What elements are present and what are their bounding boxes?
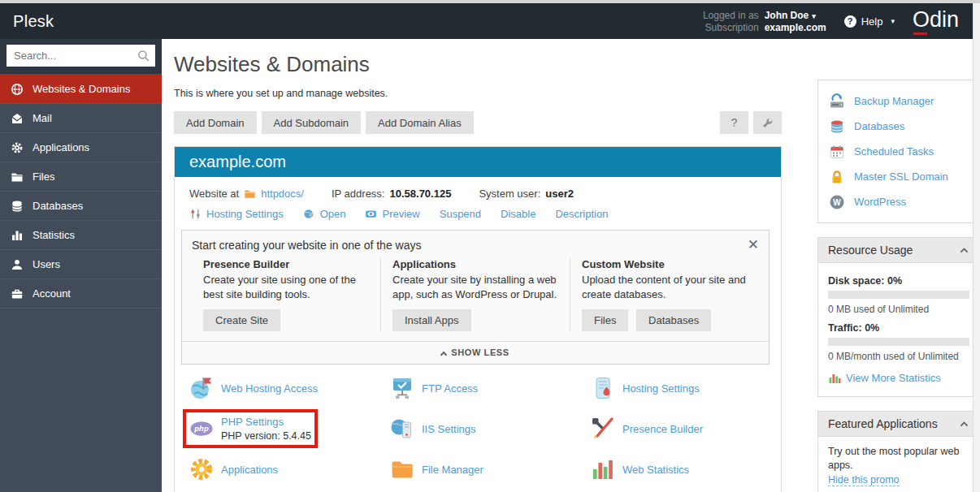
files-button[interactable]: Files [582,309,628,331]
sidebar-item-mail[interactable]: Mail [0,103,162,132]
tool-web-hosting-access[interactable]: Web Hosting Access [189,376,318,400]
featured-apps-text: Try out the most popular web apps. [828,445,969,473]
web-statistics-icon [591,457,615,481]
subscription-label: Subscription [703,22,759,33]
sidebar-item-users[interactable]: Users [0,249,162,278]
file-manager-icon [390,457,414,481]
svg-text:W: W [833,197,841,206]
logged-in-label: Logged in as [703,10,759,21]
backup-manager-link[interactable]: Backup Manager [829,88,969,114]
install-apps-button[interactable]: Install Apps [392,309,471,331]
docroot-link[interactable]: httpdocs/ [261,188,304,200]
scheduled-tasks-link[interactable]: Scheduled Tasks [829,139,969,164]
page-actions: Add Domain Add Subdomain Add Domain Alia… [174,111,782,134]
system-user-label: System user: [479,188,540,200]
add-domain-button[interactable]: Add Domain [174,111,257,134]
sidebar-item-statistics[interactable]: Statistics [0,220,162,249]
sidebar: Websites & Domains Mail Applications Fil… [0,39,162,492]
view-more-statistics-link[interactable]: View More Statistics [828,371,941,384]
scrollbar[interactable] [973,3,980,492]
sidebar-item-label: Account [33,287,71,300]
help-label: Help [861,15,883,28]
disable-link[interactable]: Disable [501,208,536,220]
traffic-progress-bar [828,338,969,346]
show-less-toggle[interactable]: SHOW LESS [182,341,769,364]
hosting-settings-icon [591,376,615,400]
hide-promo-link[interactable]: Hide this promo [828,474,900,486]
help-menu[interactable]: ? Help [844,15,895,28]
tool-php-settings[interactable]: php PHP Settings PHP version: 5.4.45 [189,416,311,442]
hosting-settings-link[interactable]: Hosting Settings [189,208,284,220]
search-input[interactable] [7,45,155,67]
ip-label: IP address: [332,188,385,200]
sidebar-divider [0,308,162,309]
tool-file-manager[interactable]: File Manager [390,457,483,481]
preview-link[interactable]: Preview [365,208,419,220]
sliders-icon [189,208,202,220]
bar-chart-icon [11,229,24,242]
odin-logo: Odin [913,9,959,34]
wrench-icon [761,117,774,129]
gear-icon [11,141,24,154]
sidebar-item-files[interactable]: Files [0,162,162,191]
ip-value: 10.58.70.125 [389,188,451,200]
plesk-logo: Plesk [13,12,54,31]
open-site-link[interactable]: Open [303,208,346,220]
promo-col-text: Create your site using one of the best s… [203,273,369,302]
tool-ftp-access[interactable]: FTP Access [390,376,478,400]
subscription-value[interactable]: example.com [765,22,826,33]
database-color-icon [829,119,845,135]
domain-title: example.com [175,147,781,177]
folder-icon [11,170,24,183]
featured-applications-panel: Featured Applications Try out the most p… [817,411,980,492]
user-menu[interactable]: John Doe [765,10,826,21]
sidebar-item-websites-domains[interactable]: Websites & Domains [0,74,162,103]
traffic-label: Traffic: 0% [828,322,969,334]
search-icon[interactable] [137,49,150,63]
open-site-icon [303,208,315,220]
sidebar-item-account[interactable]: Account [0,278,162,308]
tool-presence-builder[interactable]: Presence Builder [591,416,703,442]
mini-bar-chart-icon [828,371,841,384]
tool-iis-settings[interactable]: IIS Settings [390,416,475,442]
globe-icon [11,83,24,96]
login-info: Logged in as John Doe Subscription examp… [703,10,826,33]
sidebar-item-label: Websites & Domains [33,83,130,95]
sidebar-item-databases[interactable]: Databases [0,191,162,220]
sidebar-item-applications[interactable]: Applications [0,132,162,162]
disk-space-label: Disk space: 0% [828,275,969,287]
web-hosting-access-icon [189,376,214,400]
topbar: Plesk Logged in as John Doe Subscription… [0,3,980,39]
tool-hosting-settings[interactable]: Hosting Settings [591,376,700,400]
add-subdomain-button[interactable]: Add Subdomain [262,111,362,134]
resource-usage-panel: Resource Usage Disk space: 0% 0 MB used … [817,237,980,397]
wordpress-link[interactable]: W WordPress [829,189,969,214]
chevron-up-icon[interactable] [959,419,969,429]
tool-applications[interactable]: Applications [189,457,278,481]
backup-drive-icon [829,93,845,110]
master-ssl-domain-link[interactable]: Master SSL Domain [829,164,969,189]
databases-button[interactable]: Databases [636,309,711,331]
domain-tools-grid: Web Hosting Access FTP Access Hosting Se… [175,365,781,492]
databases-link[interactable]: Databases [829,114,969,139]
tools-button[interactable] [753,111,782,134]
php-version-text: PHP version: 5.4.45 [221,430,311,442]
disk-usage-note: 0 MB used of Unlimited [828,304,969,315]
description-link[interactable]: Description [555,208,608,220]
wordpress-gray-icon: W [829,194,845,210]
close-icon[interactable]: ✕ [748,238,759,252]
promo-col-text: Upload the content of your site and crea… [582,273,748,302]
promo-col-text: Create your site by installing a web app… [392,273,558,302]
tool-web-statistics[interactable]: Web Statistics [591,457,689,481]
calendar-icon [829,144,845,160]
context-help-button[interactable]: ? [720,111,748,134]
promo-col-custom-website: Custom Website Upload the content of you… [570,258,759,331]
padlock-icon [829,169,845,185]
suspend-link[interactable]: Suspend [440,208,481,220]
chevron-up-icon [440,352,447,358]
create-site-button[interactable]: Create Site [203,309,280,331]
add-domain-alias-button[interactable]: Add Domain Alias [366,111,474,134]
chevron-up-icon[interactable] [959,245,969,256]
ftp-access-icon [390,376,414,400]
sidebar-item-label: Users [33,258,60,270]
